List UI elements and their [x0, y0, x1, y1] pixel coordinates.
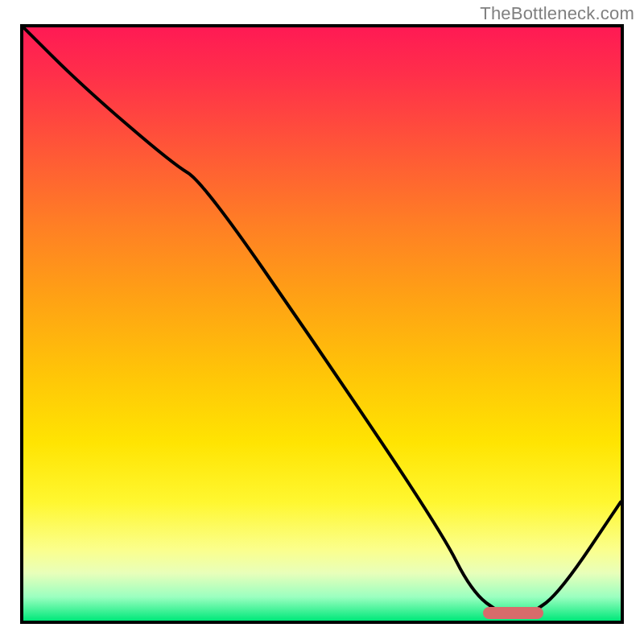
curve-path — [23, 27, 621, 615]
plot-area — [20, 24, 624, 624]
bottleneck-curve — [23, 27, 621, 621]
optimal-marker — [483, 607, 543, 619]
chart-container: TheBottleneck.com — [0, 0, 644, 644]
attribution-text: TheBottleneck.com — [480, 3, 634, 24]
